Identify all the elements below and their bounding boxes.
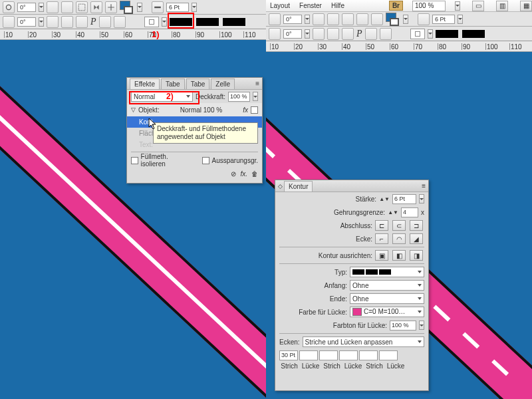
tool-re[interactable] — [342, 28, 354, 40]
screen-mode-icon[interactable]: ▭ — [472, 1, 484, 11]
tool-icon-d[interactable] — [61, 16, 73, 28]
paragraph-icon-r[interactable]: P — [356, 29, 362, 39]
opacity-input[interactable]: 100 % — [228, 92, 250, 102]
tool-rc[interactable] — [313, 28, 325, 40]
flip-h-icon-r[interactable] — [356, 13, 368, 25]
weight-drop[interactable] — [192, 3, 197, 12]
stroke-style-none[interactable] — [144, 17, 159, 27]
gehrung-input[interactable]: 4 — [401, 207, 418, 217]
angle-drop-1r[interactable] — [305, 15, 310, 24]
type-select[interactable] — [350, 267, 424, 277]
rotate-icon[interactable] — [3, 1, 15, 13]
stroke-weight-input-r[interactable]: 6 Pt — [432, 15, 455, 24]
tool-icon-ra[interactable] — [313, 13, 325, 25]
align-center-icon[interactable]: ▣ — [375, 250, 388, 261]
tool-icon-rb[interactable] — [327, 13, 339, 25]
tool-icon-a[interactable] — [47, 1, 59, 13]
start-select[interactable]: Ohne — [350, 280, 424, 291]
swatch-drop-r[interactable] — [403, 15, 408, 24]
stroke-style-drop-r[interactable] — [428, 29, 433, 39]
shear-icon-r[interactable] — [269, 28, 281, 40]
flip-v-icon-r[interactable] — [365, 28, 377, 40]
distort-icon-r[interactable] — [380, 28, 392, 40]
cap-round-icon[interactable]: ⊂ — [392, 220, 406, 231]
fx-button[interactable]: fx. — [240, 170, 247, 178]
align-icon-r[interactable] — [371, 13, 383, 25]
tool-rd[interactable] — [327, 28, 339, 40]
dotted-frame-icon[interactable] — [76, 1, 88, 13]
align-inside-icon[interactable]: ◧ — [392, 250, 406, 261]
stroke-panel-menu-icon[interactable]: ≡ — [422, 182, 426, 190]
clear-fx-icon[interactable]: ⊘ — [231, 170, 236, 178]
menu-layout[interactable]: Layout — [270, 2, 290, 9]
menu-fenster[interactable]: Fenster — [299, 2, 322, 9]
gap-input-1[interactable] — [299, 350, 318, 360]
angle-input-1[interactable]: 0° — [17, 3, 36, 12]
flip-h-icon[interactable] — [90, 1, 102, 13]
stroke-style-none-r[interactable] — [410, 29, 425, 39]
align-icon[interactable] — [105, 1, 117, 13]
arrange-icon[interactable]: ▥ — [496, 1, 508, 11]
fx-icon[interactable]: fx — [243, 106, 248, 114]
panel-menu-icon[interactable]: ≡ — [255, 80, 259, 87]
tool-icon-e[interactable] — [76, 16, 88, 28]
gap-color-select[interactable]: C=0 M=100… — [350, 307, 424, 317]
cap-butt-icon[interactable]: ⊏ — [375, 220, 388, 231]
dash-input-3[interactable] — [359, 350, 378, 360]
stroke-style-drop[interactable] — [162, 17, 167, 27]
knockout-checkbox[interactable] — [202, 157, 209, 164]
align-outside-icon[interactable]: ◨ — [410, 250, 423, 261]
tab-tabe1[interactable]: Tabe — [161, 78, 185, 89]
angle-drop-1[interactable] — [39, 3, 44, 12]
isolate-blend-checkbox[interactable] — [131, 157, 138, 164]
join-round-icon[interactable]: ◠ — [392, 233, 406, 244]
corners-select[interactable]: Striche und Lücken anpassen — [303, 336, 424, 347]
angle-input-2[interactable]: 0° — [17, 17, 36, 27]
staerke-drop[interactable] — [419, 194, 424, 203]
angle-drop-2[interactable] — [39, 17, 44, 27]
dash-input-1[interactable]: 30 Pt — [279, 350, 298, 360]
gap-input-3[interactable] — [379, 350, 398, 360]
gap-tint-input[interactable]: 100 % — [390, 321, 416, 331]
stroke-sample-r1[interactable] — [436, 30, 458, 38]
stroke-weight-input[interactable]: 6 Pt — [166, 3, 189, 12]
shear-icon[interactable] — [3, 16, 15, 28]
bridge-icon[interactable]: Br — [389, 1, 403, 11]
angle-input-1r[interactable]: 0° — [283, 15, 302, 24]
swatch-drop[interactable] — [137, 3, 142, 12]
tab-kontur[interactable]: Kontur — [284, 181, 313, 192]
join-miter-icon[interactable]: ⌐ — [375, 233, 388, 244]
zoom-drop[interactable] — [455, 1, 460, 11]
stroke-sample-r2[interactable] — [462, 30, 485, 38]
tab-tabe2[interactable]: Tabe — [186, 78, 210, 89]
fx-checkbox[interactable] — [251, 106, 258, 114]
tool-icon-c[interactable] — [47, 16, 59, 28]
gap-input-2[interactable] — [339, 350, 358, 360]
tab-effekte[interactable]: Effekte — [130, 78, 160, 89]
stroke-sample-3[interactable] — [223, 18, 245, 26]
end-select[interactable]: Ohne — [350, 293, 424, 304]
rotate-icon-r[interactable] — [269, 13, 281, 25]
staerke-input[interactable]: 6 Pt — [392, 194, 416, 204]
paragraph-icon[interactable]: P — [90, 17, 96, 27]
zoom-select[interactable]: 100 % — [412, 1, 446, 11]
cap-project-icon[interactable]: ⊐ — [410, 220, 423, 231]
dash-input-2[interactable] — [319, 350, 338, 360]
angle-input-2r[interactable]: 0° — [283, 29, 302, 39]
fill-stroke-swatch[interactable] — [120, 1, 134, 14]
tab-zelle[interactable]: Zelle — [211, 78, 235, 89]
opacity-drop[interactable] — [253, 92, 258, 101]
fill-stroke-swatch-r[interactable] — [386, 13, 400, 26]
gap-tint-drop[interactable] — [419, 321, 424, 330]
tool-icon-b[interactable] — [61, 1, 73, 13]
weight-drop-r[interactable] — [458, 15, 463, 24]
workspace-icon[interactable]: ▦ — [520, 1, 532, 11]
menu-hilfe[interactable]: Hilfe — [331, 2, 344, 9]
stroke-sample-2[interactable] — [196, 18, 219, 26]
distort-icon[interactable] — [114, 16, 126, 28]
flip-v-icon[interactable] — [99, 16, 111, 28]
tool-icon-rc[interactable] — [342, 13, 354, 25]
trash-icon[interactable]: 🗑 — [251, 170, 258, 178]
angle-drop-2r[interactable] — [305, 29, 310, 39]
join-bevel-icon[interactable]: ◢ — [410, 233, 423, 244]
